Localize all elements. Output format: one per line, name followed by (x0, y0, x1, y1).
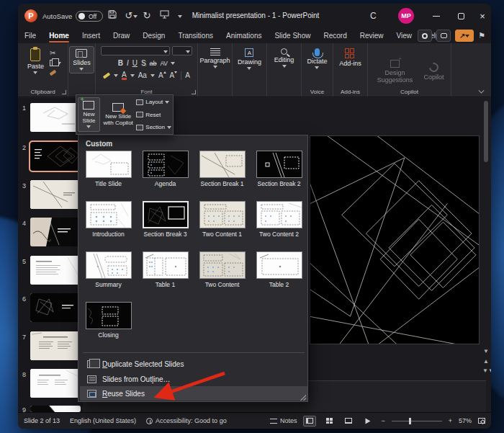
drawing-button[interactable]: A Drawing (235, 46, 264, 72)
slide-thumbnail-2-selected[interactable] (30, 142, 81, 171)
tab-record[interactable]: Record (317, 29, 353, 43)
scrollbar-thumb[interactable] (484, 101, 488, 162)
dictate-button[interactable]: Dictate (304, 46, 330, 71)
slide-thumbnail-7[interactable] (30, 331, 81, 360)
paste-button[interactable]: Paste (24, 46, 47, 76)
tab-insert[interactable]: Insert (76, 29, 107, 43)
section-button[interactable]: Section (136, 124, 171, 130)
zoom-slider-thumb[interactable] (409, 418, 411, 424)
clipboard-dialog-launcher[interactable] (62, 90, 66, 94)
layout-option-section-break-2[interactable]: Section Break 2 (251, 151, 307, 187)
presenter-button[interactable]: ⚑ (478, 31, 485, 40)
scroll-down-icon[interactable]: ▼ (482, 349, 490, 354)
zoom-level[interactable]: 57% (459, 417, 472, 424)
slideshow-view-button[interactable] (361, 416, 374, 427)
tab-animations[interactable]: Animations (220, 29, 268, 43)
zoom-slider[interactable] (392, 421, 442, 421)
layout-option-section-break-3[interactable]: Section Break 3 (137, 201, 194, 238)
character-spacing-button[interactable]: AV (161, 59, 168, 68)
layout-option-two-content-1[interactable]: Two Content 1 (194, 201, 251, 238)
normal-view-button[interactable] (303, 416, 316, 427)
autosave-toggle[interactable]: Off (76, 11, 103, 22)
slide-thumbnail-9[interactable] (30, 406, 81, 412)
highlight-color-button[interactable] (103, 72, 110, 79)
layout-option-table-2[interactable]: Table 2 (251, 251, 307, 288)
tab-review[interactable]: Review (354, 29, 390, 43)
bold-button[interactable]: B (118, 59, 123, 68)
reset-button[interactable]: Reset (136, 112, 171, 118)
minimize-button[interactable] (425, 4, 448, 29)
change-case-button[interactable]: Aa (138, 71, 147, 80)
previous-slide-button[interactable]: ▲ (482, 359, 490, 365)
layout-button[interactable]: Layout (136, 99, 171, 105)
font-color-button[interactable]: A (122, 71, 127, 80)
maximize-button[interactable] (449, 4, 472, 29)
user-avatar[interactable]: MP (398, 8, 414, 24)
case-dropdown-icon[interactable] (150, 74, 155, 77)
layout-option-section-break-1[interactable]: Section Break 1 (194, 151, 251, 187)
comments-button[interactable] (436, 30, 451, 42)
font-size-combo[interactable] (172, 46, 192, 55)
copilot-button[interactable]: Copilot (420, 61, 446, 83)
slide-sorter-view-button[interactable] (323, 416, 336, 427)
cut-button[interactable]: ✂ (50, 49, 61, 57)
tab-design[interactable]: Design (136, 29, 171, 43)
shrink-font-button[interactable]: A (170, 71, 178, 80)
slide-thumbnail-4[interactable] (30, 218, 81, 246)
copilot-titlebar-icon[interactable]: C (370, 11, 382, 22)
slide-thumbnail-6[interactable] (30, 293, 81, 322)
record-button[interactable] (418, 30, 432, 42)
font-dialog-launcher[interactable] (192, 90, 196, 94)
new-slide-button[interactable]: New Slide (78, 97, 100, 132)
text-shadow-button[interactable]: S (141, 59, 146, 68)
close-button[interactable]: × (471, 4, 491, 29)
layout-option-agenda[interactable]: Agenda (137, 151, 194, 187)
grow-font-button[interactable]: A (158, 71, 166, 80)
zoom-in-button[interactable]: + (449, 417, 452, 424)
fit-slide-to-window-button[interactable] (478, 418, 485, 424)
font-color-dropdown-icon[interactable] (130, 74, 135, 77)
share-button[interactable]: ↗ (455, 30, 474, 42)
slides-group-button[interactable]: Slides (69, 46, 94, 73)
language-indicator[interactable]: English (United States) (70, 417, 136, 424)
layout-option-title-slide[interactable]: Title Slide (80, 151, 137, 187)
tab-draw[interactable]: Draw (107, 29, 136, 43)
tab-view[interactable]: View (390, 29, 419, 43)
undo-dropdown-icon[interactable] (133, 15, 138, 18)
paragraph-button[interactable]: Paragraph (197, 46, 233, 71)
layout-option-table-1[interactable]: Table 1 (137, 251, 194, 288)
highlight-dropdown-icon[interactable] (114, 74, 118, 77)
italic-button[interactable]: I (127, 59, 129, 68)
next-slide-button[interactable]: ▼▼ (482, 369, 490, 373)
slide-thumbnail-5[interactable] (30, 256, 81, 285)
slide-thumbnail-1[interactable] (30, 103, 81, 132)
spacing-dropdown-icon[interactable] (171, 62, 175, 65)
layout-option-two-content[interactable]: Two Content (194, 251, 251, 288)
reading-view-button[interactable] (342, 416, 355, 427)
tab-home[interactable]: Home (42, 29, 76, 43)
tab-slide-show[interactable]: Slide Show (268, 29, 317, 43)
addins-button[interactable]: Add-ins (336, 46, 364, 69)
save-button[interactable] (106, 10, 119, 22)
slide-canvas[interactable] (310, 135, 480, 344)
editing-button[interactable]: Editing (271, 46, 297, 70)
redo-button[interactable]: ↻ (140, 10, 153, 22)
slide-thumbnail-8[interactable] (30, 369, 81, 398)
clear-formatting-button[interactable]: A (181, 71, 190, 80)
vertical-scrollbar[interactable] (483, 98, 489, 343)
zoom-out-button[interactable]: − (381, 417, 384, 424)
collapse-ribbon-icon[interactable] (478, 88, 485, 92)
layout-option-summary[interactable]: Summary (80, 251, 137, 288)
tab-file[interactable]: File (18, 29, 42, 43)
format-painter-button[interactable] (50, 70, 57, 76)
layout-option-introduction[interactable]: Introduction (80, 201, 137, 238)
notes-button[interactable]: Notes (270, 417, 297, 424)
accessibility-status[interactable]: Accessibility: Good to go (146, 417, 227, 424)
tab-transitions[interactable]: Transitions (171, 29, 220, 43)
slide-indicator[interactable]: Slide 2 of 13 (24, 417, 60, 424)
new-slide-with-copilot-button[interactable]: New Slide with Copilot (102, 97, 134, 132)
copy-button[interactable] (50, 60, 55, 66)
menu-resize-grip[interactable] (300, 395, 306, 401)
underline-button[interactable]: U (132, 59, 138, 68)
design-suggestions-button[interactable]: Design Suggestions (372, 58, 418, 86)
